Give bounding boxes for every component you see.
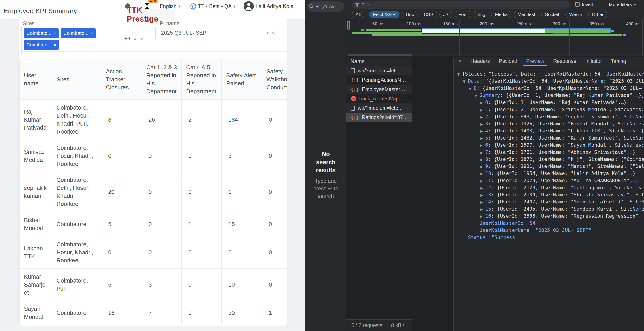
json-tree-line[interactable]: ▶5: {UserId: 1482, UserName: "Kumar Sama… bbox=[454, 134, 644, 141]
expand-arrow-icon[interactable]: ▶ bbox=[480, 106, 485, 113]
horizontal-scroll-area[interactable] bbox=[0, 326, 305, 331]
json-tree-line[interactable]: UserKpiMasterId: 54 bbox=[454, 220, 644, 227]
regex-toggle[interactable]: (.*) bbox=[321, 4, 327, 9]
json-tree-line[interactable]: ▶12: {UserId: 2128, UserName: "testing m… bbox=[454, 184, 644, 191]
json-preview-tree[interactable]: ▼{Status: "Success", Data: [{UserKpiMast… bbox=[454, 66, 644, 331]
filter-chip-css[interactable]: CSS bbox=[420, 11, 437, 18]
json-tree-line[interactable]: ▼Summary: [{UserId: 1, UserName: "Raj Ku… bbox=[454, 92, 644, 99]
tab-preview[interactable]: Preview bbox=[522, 57, 549, 66]
json-tree-line[interactable]: ▼Data: [{UserKpiMasterId: 54, UserKpiMas… bbox=[454, 77, 644, 85]
json-tree-line[interactable]: Status: "Success" bbox=[454, 234, 644, 241]
site-chip[interactable]: Coimbato...× bbox=[24, 40, 59, 50]
filter-chip-fetch-xhr[interactable]: Fetch/XHR bbox=[369, 11, 400, 18]
json-tree-line[interactable]: ▶11: {UserId: 2078, UserName: "ADITYA CH… bbox=[454, 177, 644, 184]
kpi-name-select[interactable]: 2025 Q3 JUL- SEPT × bbox=[156, 26, 280, 40]
network-request-row[interactable]: ×track_request?ap… bbox=[346, 94, 412, 103]
expand-arrow-icon[interactable]: ▶ bbox=[480, 99, 485, 106]
tab-payload[interactable]: Payload bbox=[494, 57, 522, 66]
network-overview-timeline[interactable]: 50 ms100 ms150 ms200 ms250 ms300 ms350 m… bbox=[346, 19, 644, 56]
json-tree-line[interactable]: ▶2: {UserId: 898, UserName: "sephali k k… bbox=[454, 113, 644, 120]
filter-chip-all[interactable]: All bbox=[352, 11, 364, 18]
filter-chip-manifest[interactable]: Manifest bbox=[514, 11, 539, 18]
environment-dropdown[interactable]: TTK Beta - QA ▾ bbox=[190, 0, 236, 12]
expand-arrow-icon[interactable]: ▶ bbox=[480, 113, 485, 120]
json-tree-line[interactable]: ▶13: {UserId: 2134, UserName: "Shristi S… bbox=[454, 191, 644, 198]
filter-chip-img[interactable]: Img bbox=[474, 11, 489, 18]
clear-kpi-icon[interactable]: × bbox=[266, 30, 269, 36]
overview-drag-handle[interactable] bbox=[347, 21, 350, 30]
expand-arrow-icon[interactable]: ▶ bbox=[480, 163, 485, 170]
expand-arrow-icon[interactable]: ▶ bbox=[480, 206, 485, 213]
collapse-arrow-icon[interactable]: ▼ bbox=[463, 78, 468, 85]
filter-chip-doc[interactable]: Doc bbox=[402, 11, 418, 18]
remove-chip-icon[interactable]: × bbox=[91, 31, 94, 35]
json-tree-line[interactable]: ▶0: {UserId: 1, UserName: "Raj Kumar Pat… bbox=[454, 99, 644, 106]
filter-chip-media[interactable]: Media bbox=[491, 11, 512, 18]
expand-arrow-icon[interactable]: ▶ bbox=[480, 192, 485, 198]
json-tree-line[interactable]: ▶10: {UserId: 1954, UserName: "Lalit Adi… bbox=[454, 170, 644, 177]
tab-response[interactable]: Response bbox=[549, 57, 581, 66]
network-request-row[interactable]: {:}Ratings?siteId=87… bbox=[346, 113, 412, 122]
expand-arrow-icon[interactable]: ▶ bbox=[480, 128, 485, 134]
site-chip[interactable]: Coimbato...× bbox=[24, 28, 59, 38]
json-tree-line[interactable]: ▶3: {UserId: 1326, UserName: "Bishal Mon… bbox=[454, 120, 644, 127]
expand-arrow-icon[interactable]: ▶ bbox=[480, 178, 485, 184]
collapse-arrow-icon[interactable]: ▼ bbox=[469, 85, 474, 92]
filter-chip-socket[interactable]: Socket bbox=[541, 11, 563, 18]
chevron-down-icon[interactable] bbox=[139, 36, 143, 40]
expand-arrow-icon[interactable]: ▶ bbox=[480, 142, 485, 149]
site-chip[interactable]: Coimbato...× bbox=[61, 28, 96, 38]
remove-chip-icon[interactable]: × bbox=[54, 31, 56, 35]
json-tree-line[interactable]: ▶8: {UserId: 1872, UserName: "k j", Site… bbox=[454, 156, 644, 163]
overview-scrollbar[interactable] bbox=[346, 54, 644, 56]
json-tree-line[interactable]: ▶6: {UserId: 1597, UserName: "Sayan Mond… bbox=[454, 141, 644, 149]
invert-filter[interactable]: Invert bbox=[575, 2, 594, 7]
tab-initiator[interactable]: Initiator bbox=[580, 57, 606, 66]
filter-chip-wasm[interactable]: Wasm bbox=[565, 11, 586, 18]
json-tree-line[interactable]: ▶9: {UserId: 1931, UserName: "Manish", S… bbox=[454, 163, 644, 170]
json-tree-line[interactable]: ▶16: {UserId: 2535, UserName: "Regressio… bbox=[454, 213, 644, 220]
json-tree-line[interactable]: ▶15: {UserId: 2495, UserName: "Sandeep K… bbox=[454, 206, 644, 213]
filter-chip-js[interactable]: JS bbox=[440, 11, 452, 18]
json-tree-line[interactable]: ▼{Status: "Success", Data: [{UserKpiMast… bbox=[454, 70, 644, 77]
tab-headers[interactable]: Headers bbox=[466, 57, 494, 66]
json-tree-line[interactable]: ▶7: {UserId: 1761, UserName: "Abhinav Sr… bbox=[454, 149, 644, 156]
collapse-arrow-icon[interactable]: ▼ bbox=[474, 92, 480, 99]
more-filters-button[interactable]: More filters ▾ bbox=[609, 2, 636, 7]
tab-timing[interactable]: Timing bbox=[606, 57, 630, 66]
overview-scrollbar-thumb[interactable] bbox=[348, 54, 412, 56]
user-menu[interactable]: Lalit Aditya Kola bbox=[244, 0, 294, 12]
network-filter-input[interactable]: Filter bbox=[352, 1, 570, 9]
network-request-row[interactable]: wa/?medium=fetc… bbox=[346, 66, 412, 75]
expand-arrow-icon[interactable]: ▶ bbox=[480, 149, 485, 156]
kpi-table-container[interactable]: User nameSitesAction Tracker ClosuresCat… bbox=[19, 59, 287, 326]
expand-arrow-icon[interactable]: ▶ bbox=[480, 213, 485, 220]
expand-arrow-icon[interactable]: ▶ bbox=[480, 185, 485, 191]
json-tree-line[interactable]: ▶14: {UserId: 2407, UserName: "Mounika L… bbox=[454, 198, 644, 206]
match-case-toggle[interactable]: Aa bbox=[329, 4, 334, 9]
expand-arrow-icon[interactable]: ▶ bbox=[480, 135, 485, 141]
filter-chip-font[interactable]: Font bbox=[454, 11, 472, 18]
network-request-row[interactable]: {:}EmployeeMaster… bbox=[346, 85, 412, 94]
expand-arrow-icon[interactable]: ▶ bbox=[480, 170, 485, 177]
json-tree-line[interactable]: ▶1: {UserId: 2, UserName: "Srinivas Medi… bbox=[454, 106, 644, 113]
name-column-header[interactable]: Name bbox=[346, 57, 412, 66]
network-request-row[interactable]: wa/?medium=fetc… bbox=[346, 103, 412, 113]
invert-checkbox[interactable] bbox=[575, 2, 580, 7]
devtools-search-input[interactable]: Fi (.*) Aa bbox=[307, 1, 344, 11]
json-tree-line[interactable]: UserKpiMasterName: "2025 Q3 JUL– SEPT" bbox=[454, 227, 644, 234]
expand-arrow-icon[interactable]: ▶ bbox=[480, 121, 485, 127]
remove-chip-icon[interactable]: × bbox=[54, 43, 56, 47]
expand-arrow-icon[interactable]: ▶ bbox=[480, 156, 485, 163]
sites-multiselect[interactable]: Coimbato...×Coimbato...×Coimbato...× +6 … bbox=[21, 26, 146, 55]
json-tree-line[interactable]: ▼0: {UserKpiMasterId: 54, UserKpiMasterN… bbox=[454, 85, 644, 92]
filter-chip-other[interactable]: Other bbox=[588, 11, 608, 18]
expand-arrow-icon[interactable]: ▶ bbox=[480, 199, 485, 206]
chevron-down-icon[interactable] bbox=[272, 30, 276, 34]
network-request-row[interactable]: {:}PendingActionsN… bbox=[346, 75, 412, 85]
sites-cell: Coimbatore, Hosur, Khadri, Roorkee bbox=[52, 140, 102, 172]
json-tree-line[interactable]: ▶4: {UserId: 1403, UserName: "Lakhan TTK… bbox=[454, 127, 644, 134]
collapse-arrow-icon[interactable]: ▼ bbox=[457, 71, 462, 77]
clear-sites-icon[interactable]: × bbox=[134, 36, 137, 41]
close-icon[interactable]: × bbox=[454, 58, 466, 65]
